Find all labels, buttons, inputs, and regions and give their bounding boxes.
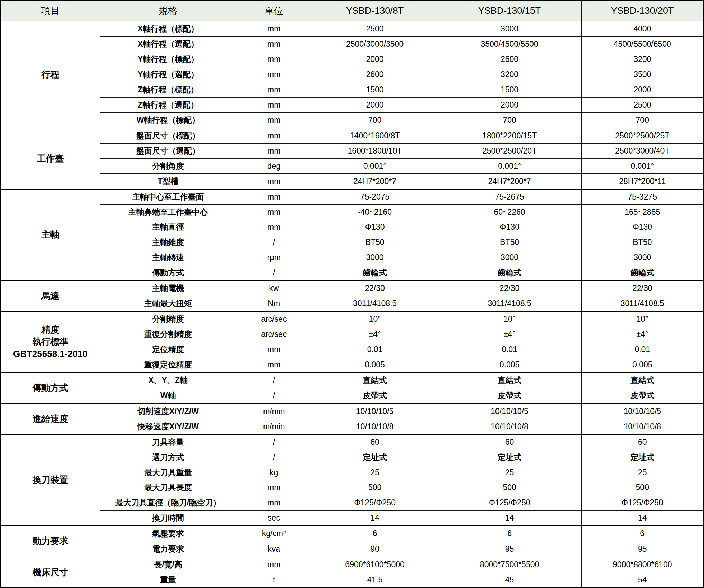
value-cell: 6 [438, 526, 581, 541]
unit-cell: kg/cm² [236, 526, 312, 541]
table-row: 主軸最大扭矩Nm3011/4108.53011/4108.53011/4108.… [0, 296, 704, 312]
unit-cell: mm [236, 220, 312, 235]
item-group-label: 機床尺寸 [0, 557, 100, 588]
value-cell: 1600*1800/10T [312, 143, 438, 158]
value-cell: 2600 [438, 52, 581, 67]
unit-cell: / [236, 450, 312, 465]
value-cell: 皮帶式 [438, 388, 581, 404]
table-row: Y軸行程（選配）mm260032003500 [0, 67, 704, 82]
column-header-unit: 單位 [236, 0, 312, 21]
value-cell: 齒輪式 [438, 265, 581, 281]
item-group-label: 傳動方式 [0, 373, 100, 403]
value-cell: 1400*1600/8T [312, 128, 438, 144]
value-cell: 0.01 [438, 342, 581, 357]
table-row: 主軸錐度/BT50BT50BT50 [0, 235, 704, 250]
table-row: 換刀時間sec141414 [0, 511, 704, 526]
item-group-label: 主軸 [0, 189, 100, 281]
value-cell: 2000 [438, 97, 581, 112]
table-row: 主軸鼻端至工作臺中心mm-40~216060~2260165~2865 [0, 204, 704, 220]
column-header-model-20t: YSBD-130/20T [581, 0, 704, 21]
value-cell: 700 [312, 112, 438, 128]
table-row: 主軸直徑mmΦ130Φ130Φ130 [0, 220, 704, 235]
value-cell: 0.005 [312, 357, 438, 373]
table-row: 定位精度mm0.010.010.01 [0, 342, 704, 357]
value-cell: 10° [312, 311, 438, 327]
unit-cell: mm [236, 67, 312, 82]
value-cell: 定址式 [581, 450, 704, 465]
spec-label-cell: 長/寬/高 [100, 557, 236, 572]
value-cell: 2000 [312, 52, 438, 67]
value-cell: 95 [438, 541, 581, 557]
unit-cell: kva [236, 541, 312, 557]
spec-label-cell: 分割角度 [100, 158, 236, 174]
unit-cell: mm [236, 357, 312, 373]
unit-cell: / [236, 434, 312, 450]
table-row: 選刀方式/定址式定址式定址式 [0, 450, 704, 465]
value-cell: 3011/4108.5 [581, 296, 704, 312]
spec-table: 項目 規格 單位 YSBD-130/8T YSBD-130/15T YSBD-1… [0, 0, 704, 588]
value-cell: 2000 [581, 82, 704, 97]
unit-cell: mm [236, 128, 312, 144]
value-cell: 齒輪式 [581, 265, 704, 281]
value-cell: 22/30 [438, 281, 581, 296]
spec-label-cell: 換刀時間 [100, 511, 236, 526]
value-cell: 6 [312, 526, 438, 541]
spec-label-cell: X軸行程（標配） [100, 21, 236, 37]
spec-label-cell: X、Y、Z軸 [100, 373, 236, 388]
value-cell: 直結式 [312, 373, 438, 388]
value-cell: 0.005 [581, 357, 704, 373]
table-row: T型槽mm24H7*200*724H7*200*728H7*200*11 [0, 174, 704, 189]
unit-cell: mm [236, 52, 312, 67]
column-header-item: 項目 [0, 0, 100, 21]
unit-cell: mm [236, 480, 312, 495]
spec-label-cell: 切削速度X/Y/Z/W [100, 404, 236, 419]
value-cell: BT50 [581, 235, 704, 250]
value-cell: 10/10/10/8 [581, 419, 704, 434]
value-cell: 0.001° [581, 158, 704, 174]
item-group-label: 動力要求 [0, 526, 100, 557]
unit-cell: mm [236, 189, 312, 205]
spec-label-cell: 刀具容量 [100, 434, 236, 450]
value-cell: Φ125/Φ250 [312, 495, 438, 511]
unit-cell: / [236, 265, 312, 281]
value-cell: 2500*2500/20T [438, 143, 581, 158]
spec-label-cell: 傳動方式 [100, 265, 236, 281]
value-cell: Φ130 [581, 220, 704, 235]
value-cell: 2500 [312, 21, 438, 37]
value-cell: 25 [581, 465, 704, 480]
table-row: 進給速度切削速度X/Y/Z/Wm/min10/10/10/510/10/10/5… [0, 404, 704, 419]
value-cell: 4500/5500/6500 [581, 37, 704, 52]
item-group-label: 馬達 [0, 281, 100, 311]
value-cell: 定址式 [438, 450, 581, 465]
table-row: 行程X軸行程（標配）mm250030004000 [0, 21, 704, 37]
table-row: 傳動方式X、Y、Z軸/直結式直結式直結式 [0, 373, 704, 388]
value-cell: BT50 [438, 235, 581, 250]
unit-cell: Nm [236, 296, 312, 312]
spec-label-cell: 最大刀具長度 [100, 480, 236, 495]
spec-label-cell: 選刀方式 [100, 450, 236, 465]
spec-label-cell: W軸 [100, 388, 236, 404]
unit-cell: m/min [236, 419, 312, 434]
table-row: 動力要求氣壓要求kg/cm²666 [0, 526, 704, 541]
column-header-model-15t: YSBD-130/15T [438, 0, 581, 21]
value-cell: -40~2160 [312, 204, 438, 220]
item-group-label: 換刀裝置 [0, 434, 100, 526]
table-row: 馬達主軸電機kw22/3022/3022/30 [0, 281, 704, 296]
value-cell: 3500/4500/5500 [438, 37, 581, 52]
table-row: 主軸主軸中心至工作臺面mm75-207575-267575-3275 [0, 189, 704, 205]
value-cell: 90 [312, 541, 438, 557]
value-cell: 22/30 [312, 281, 438, 296]
table-row: 傳動方式/齒輪式齒輪式齒輪式 [0, 265, 704, 281]
value-cell: 500 [438, 480, 581, 495]
value-cell: 2500 [581, 97, 704, 112]
spec-label-cell: 最大刀具直徑（臨刀/臨空刀） [100, 495, 236, 511]
value-cell: 6 [581, 526, 704, 541]
table-row: 重復定位精度mm0.0050.0050.005 [0, 357, 704, 373]
value-cell: 14 [581, 511, 704, 526]
spec-label-cell: 分割精度 [100, 311, 236, 327]
value-cell: 10/10/10/5 [312, 404, 438, 419]
unit-cell: kw [236, 281, 312, 296]
value-cell: Φ130 [312, 220, 438, 235]
value-cell: 10/10/10/8 [312, 419, 438, 434]
value-cell: 500 [581, 480, 704, 495]
